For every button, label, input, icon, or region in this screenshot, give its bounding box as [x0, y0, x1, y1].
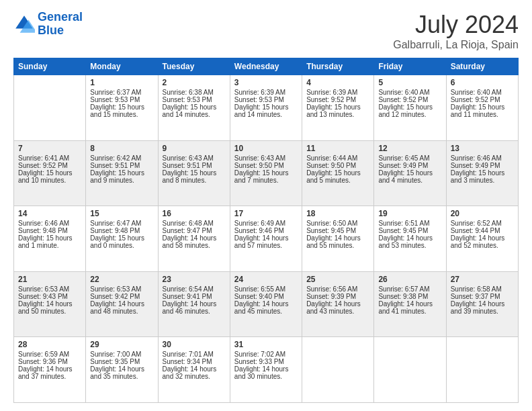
day-number: 19	[378, 209, 441, 218]
header: General Blue July 2024 Galbarruli, La Ri…	[13, 11, 519, 51]
daylight-text: Daylight: 15 hours and 11 minutes.	[451, 103, 514, 118]
daylight-text: Daylight: 14 hours and 43 minutes.	[306, 300, 369, 315]
sunset-text: Sunset: 9:50 PM	[306, 162, 369, 169]
sunset-text: Sunset: 9:52 PM	[451, 96, 514, 103]
sunset-text: Sunset: 9:39 PM	[306, 293, 369, 300]
logo-line1: General	[38, 10, 83, 24]
day-number: 21	[18, 275, 81, 284]
calendar-week-4: 28Sunrise: 6:59 AMSunset: 9:36 PMDayligh…	[14, 337, 519, 403]
sunset-text: Sunset: 9:40 PM	[234, 293, 298, 300]
logo-line2: Blue	[38, 24, 64, 37]
calendar-week-3: 21Sunrise: 6:53 AMSunset: 9:43 PMDayligh…	[14, 271, 519, 337]
day-number: 18	[306, 209, 369, 218]
sunset-text: Sunset: 9:53 PM	[234, 96, 298, 103]
sunrise-text: Sunrise: 6:41 AM	[18, 154, 81, 162]
sunrise-text: Sunrise: 6:46 AM	[18, 220, 81, 227]
daylight-text: Daylight: 14 hours and 50 minutes.	[18, 300, 81, 315]
day-number: 24	[234, 275, 298, 284]
day-number: 13	[451, 144, 514, 153]
table-row	[374, 337, 446, 403]
day-number: 29	[90, 340, 153, 349]
table-row: 26Sunrise: 6:57 AMSunset: 9:38 PMDayligh…	[374, 271, 446, 337]
page: General Blue July 2024 Galbarruli, La Ri…	[0, 0, 532, 411]
table-row: 10Sunrise: 6:43 AMSunset: 9:50 PMDayligh…	[230, 140, 302, 206]
sunrise-text: Sunrise: 6:50 AM	[306, 220, 369, 227]
day-number: 31	[234, 340, 298, 349]
daylight-text: Daylight: 14 hours and 48 minutes.	[90, 300, 153, 315]
daylight-text: Daylight: 15 hours and 14 minutes.	[234, 103, 298, 118]
daylight-text: Daylight: 15 hours and 15 minutes.	[90, 103, 153, 118]
sunset-text: Sunset: 9:45 PM	[306, 227, 369, 234]
sunrise-text: Sunrise: 6:44 AM	[306, 154, 369, 162]
table-row: 29Sunrise: 7:00 AMSunset: 9:35 PMDayligh…	[86, 337, 158, 403]
calendar-week-0: 1Sunrise: 6:37 AMSunset: 9:53 PMDaylight…	[14, 75, 519, 141]
table-row: 22Sunrise: 6:53 AMSunset: 9:42 PMDayligh…	[86, 271, 158, 337]
table-row: 25Sunrise: 6:56 AMSunset: 9:39 PMDayligh…	[302, 271, 374, 337]
table-row: 5Sunrise: 6:40 AMSunset: 9:52 PMDaylight…	[374, 75, 446, 141]
daylight-text: Daylight: 14 hours and 35 minutes.	[90, 365, 153, 380]
sunset-text: Sunset: 9:41 PM	[163, 293, 226, 300]
daylight-text: Daylight: 15 hours and 13 minutes.	[306, 103, 369, 118]
table-row: 16Sunrise: 6:48 AMSunset: 9:47 PMDayligh…	[158, 206, 230, 272]
table-row: 20Sunrise: 6:52 AMSunset: 9:44 PMDayligh…	[446, 206, 518, 272]
table-row: 2Sunrise: 6:38 AMSunset: 9:53 PMDaylight…	[158, 75, 230, 141]
daylight-text: Daylight: 14 hours and 45 minutes.	[234, 300, 298, 315]
sunset-text: Sunset: 9:44 PM	[451, 227, 514, 234]
table-row: 8Sunrise: 6:42 AMSunset: 9:51 PMDaylight…	[86, 140, 158, 206]
sunrise-text: Sunrise: 6:38 AM	[163, 89, 226, 96]
daylight-text: Daylight: 14 hours and 57 minutes.	[234, 234, 298, 249]
sunset-text: Sunset: 9:51 PM	[90, 162, 153, 169]
sunset-text: Sunset: 9:35 PM	[90, 358, 153, 365]
col-thursday: Thursday	[302, 58, 374, 75]
main-title: July 2024	[393, 11, 519, 39]
sunset-text: Sunset: 9:42 PM	[90, 293, 153, 300]
logo-icon	[13, 13, 35, 35]
day-number: 6	[451, 78, 514, 87]
sunrise-text: Sunrise: 6:54 AM	[163, 285, 226, 293]
sunset-text: Sunset: 9:38 PM	[378, 293, 441, 300]
sunset-text: Sunset: 9:47 PM	[163, 227, 226, 234]
table-row	[14, 75, 86, 141]
daylight-text: Daylight: 15 hours and 4 minutes.	[378, 169, 441, 184]
logo-text: General Blue	[38, 11, 83, 38]
day-number: 20	[451, 209, 514, 218]
daylight-text: Daylight: 15 hours and 3 minutes.	[451, 169, 514, 184]
sunrise-text: Sunrise: 6:40 AM	[451, 89, 514, 96]
col-monday: Monday	[86, 58, 158, 75]
daylight-text: Daylight: 15 hours and 8 minutes.	[163, 169, 226, 184]
day-number: 26	[378, 275, 441, 284]
table-row: 15Sunrise: 6:47 AMSunset: 9:48 PMDayligh…	[86, 206, 158, 272]
day-number: 3	[234, 78, 298, 87]
table-row: 28Sunrise: 6:59 AMSunset: 9:36 PMDayligh…	[14, 337, 86, 403]
day-number: 10	[234, 144, 298, 153]
sunrise-text: Sunrise: 6:57 AM	[378, 285, 441, 293]
day-number: 28	[18, 340, 81, 349]
col-sunday: Sunday	[14, 58, 86, 75]
sunset-text: Sunset: 9:50 PM	[234, 162, 298, 169]
sunrise-text: Sunrise: 6:48 AM	[163, 220, 226, 227]
table-row: 12Sunrise: 6:45 AMSunset: 9:49 PMDayligh…	[374, 140, 446, 206]
sunrise-text: Sunrise: 6:42 AM	[90, 154, 153, 162]
sunrise-text: Sunrise: 6:53 AM	[18, 285, 81, 293]
sunrise-text: Sunrise: 6:39 AM	[234, 89, 298, 96]
table-row: 30Sunrise: 7:01 AMSunset: 9:34 PMDayligh…	[158, 337, 230, 403]
table-row: 7Sunrise: 6:41 AMSunset: 9:52 PMDaylight…	[14, 140, 86, 206]
day-number: 2	[163, 78, 226, 87]
calendar-week-2: 14Sunrise: 6:46 AMSunset: 9:48 PMDayligh…	[14, 206, 519, 272]
sunset-text: Sunset: 9:34 PM	[163, 358, 226, 365]
sunset-text: Sunset: 9:49 PM	[378, 162, 441, 169]
sunrise-text: Sunrise: 6:47 AM	[90, 220, 153, 227]
sunrise-text: Sunrise: 6:56 AM	[306, 285, 369, 293]
day-number: 11	[306, 144, 369, 153]
sunrise-text: Sunrise: 6:40 AM	[378, 89, 441, 96]
sunset-text: Sunset: 9:48 PM	[90, 227, 153, 234]
table-row: 18Sunrise: 6:50 AMSunset: 9:45 PMDayligh…	[302, 206, 374, 272]
table-row: 23Sunrise: 6:54 AMSunset: 9:41 PMDayligh…	[158, 271, 230, 337]
sunset-text: Sunset: 9:49 PM	[451, 162, 514, 169]
day-number: 27	[451, 275, 514, 284]
calendar-week-1: 7Sunrise: 6:41 AMSunset: 9:52 PMDaylight…	[14, 140, 519, 206]
col-tuesday: Tuesday	[158, 58, 230, 75]
day-number: 22	[90, 275, 153, 284]
daylight-text: Daylight: 14 hours and 52 minutes.	[451, 234, 514, 249]
sunrise-text: Sunrise: 6:51 AM	[378, 220, 441, 227]
